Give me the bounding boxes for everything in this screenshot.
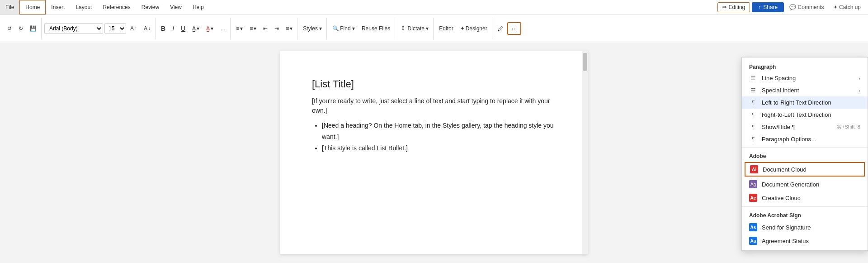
list-group: ≡▾ ≡▾ ⇤ ⇥ ≡▾ [231,18,297,39]
font-size-selector[interactable]: 15 [104,23,126,34]
indent-increase-button[interactable]: ⇥ [272,24,282,33]
menu-references[interactable]: References [97,0,136,14]
highlight-pen-button[interactable]: 🖊 [495,24,506,33]
editing-button[interactable]: ✏ Editing [717,2,750,12]
highlight-arrow: ▾ [197,25,199,32]
save-button[interactable]: 💾 [27,24,39,33]
document-page[interactable]: [List Title] [If you're ready to write, … [280,51,588,254]
scrollbar[interactable] [582,51,588,254]
highlight-button[interactable]: A̲ ▾ [189,24,202,33]
overflow-group: 🖊 ··· [493,18,524,39]
undo-redo-group: ↺ ↻ 💾 [3,18,42,39]
voice-group: 🎙 Dictate ▾ [396,18,434,39]
comments-button[interactable]: 💬 Comments [786,2,827,12]
creative-cloud-item[interactable]: Ac Creative Cloud [742,191,868,205]
show-hide-icon: ¶ [749,124,757,130]
show-hide-shortcut: ⌘+Shift+8 [837,124,860,130]
special-indent-item[interactable]: ☰ Special Indent › [742,84,868,96]
dictate-button[interactable]: 🎙 Dictate ▾ [398,24,431,33]
rtl-label: Right-to-Left Text Direction [762,111,831,118]
special-indent-arrow: › [859,88,860,93]
para-options-item[interactable]: ¶ Paragraph Options… [742,133,868,145]
numbering-icon: ≡ [250,25,253,32]
agreement-status-icon: Aa [749,237,757,245]
dropdown-menu: Paragraph ☰ Line Spacing › ☰ Special Ind… [741,57,868,251]
share-button[interactable]: ↑ Share [752,2,784,12]
underline-button[interactable]: U [178,23,188,34]
align-icon: ≡ [286,25,289,32]
indent-decrease-button[interactable]: ⇤ [260,24,270,33]
styles-button[interactable]: Styles ▾ [300,24,325,33]
shrink-font-button[interactable]: A↓ [141,24,153,33]
ltr-text-item[interactable]: ¶ Left-to-Right Text Direction [742,96,868,109]
font-color-arrow: ▾ [211,25,213,32]
para-options-icon: ¶ [749,136,757,143]
special-indent-label: Special Indent [762,87,799,94]
line-spacing-icon: ☰ [749,75,757,81]
more-format-button[interactable]: … [217,24,228,33]
styles-group: Styles ▾ [298,18,327,39]
catchup-button[interactable]: ✦ Catch up [830,2,864,12]
rtl-text-item[interactable]: ¶ Right-to-Left Text Direction [742,109,868,121]
menu-file[interactable]: File [0,0,19,14]
agreement-status-item[interactable]: Aa Agreement Status [742,234,868,248]
numbering-button[interactable]: ≡▾ [247,24,259,33]
divider-2 [742,206,868,207]
redo-button[interactable]: ↻ [16,24,26,33]
bullets-button[interactable]: ≡▾ [233,24,245,33]
document-title: [List Title] [312,78,556,90]
font-name-selector[interactable]: Arial (Body) [44,23,103,34]
grow-font-button[interactable]: A↑ [127,24,140,33]
share-icon: ↑ [758,4,761,10]
menu-view[interactable]: View [165,0,187,14]
list-item: [Need a heading? On the Home tab, in the… [322,120,556,143]
editor-button[interactable]: Editor [436,24,456,33]
search-icon: 🔍 [332,25,339,32]
agreement-status-label: Agreement Status [762,238,809,244]
document-cloud-icon: Ai [750,165,758,173]
acrobat-sign-section-label: Adobe Acrobat Sign [742,209,868,220]
editor-group: Editor ✦ Designer [434,18,492,39]
send-for-signature-item[interactable]: As Send for Signature [742,220,868,234]
document-cloud-label: Document Cloud [763,166,807,173]
document-cloud-item[interactable]: Ai Document Cloud [745,162,865,177]
para-options-label: Paragraph Options… [762,136,817,143]
share-label: Share [763,4,778,10]
find-button[interactable]: 🔍 Find ▾ [330,24,358,33]
menu-review[interactable]: Review [136,0,165,14]
line-spacing-label: Line Spacing [762,75,796,81]
more-options-button[interactable]: ··· [507,22,522,35]
designer-icon: ✦ [460,25,465,32]
font-color-button[interactable]: A̲ ▾ [203,24,216,33]
bold-button[interactable]: B [158,23,168,34]
menu-help[interactable]: Help [187,0,209,14]
send-for-signature-icon: As [749,223,757,231]
document-generation-item[interactable]: Ag Document Generation [742,177,868,191]
ribbon: ↺ ↻ 💾 Arial (Body) 15 A↑ A↓ B I U A̲ ▾ A… [0,15,868,42]
document-generation-label: Document Generation [762,181,819,188]
document-area: [List Title] [If you're ready to write, … [0,42,868,263]
menu-insert[interactable]: Insert [46,0,70,14]
show-hide-item[interactable]: ¶ Show/Hide ¶ ⌘+Shift+8 [742,121,868,133]
list-item: [This style is called List Bullet.] [322,143,556,154]
divider-1 [742,147,868,148]
align-button[interactable]: ≡▾ [283,24,295,33]
creative-cloud-icon: Ac [749,194,757,202]
highlight-icon: A̲ [192,25,196,32]
title-bar-right: ✏ Editing ↑ Share 💬 Comments ✦ Catch up [717,2,868,12]
reuse-files-button[interactable]: Reuse Files [359,24,393,33]
menu-home[interactable]: Home [19,0,46,14]
send-for-signature-label: Send for Signature [762,224,811,231]
ltr-label: Left-to-Right Text Direction [762,99,831,106]
line-spacing-item[interactable]: ☰ Line Spacing › [742,72,868,84]
ltr-icon: ¶ [749,99,757,106]
menu-layout[interactable]: Layout [70,0,97,14]
document-list: [Need a heading? On the Home tab, in the… [312,120,556,154]
scroll-thumb [583,53,587,71]
italic-button[interactable]: I [170,23,177,34]
undo-button[interactable]: ↺ [5,24,14,33]
designer-label: Designer [466,25,487,32]
menu-bar: File Home Insert Layout References Revie… [0,0,209,14]
find-group: 🔍 Find ▾ Reuse Files [328,18,395,39]
designer-button[interactable]: ✦ Designer [458,24,490,33]
